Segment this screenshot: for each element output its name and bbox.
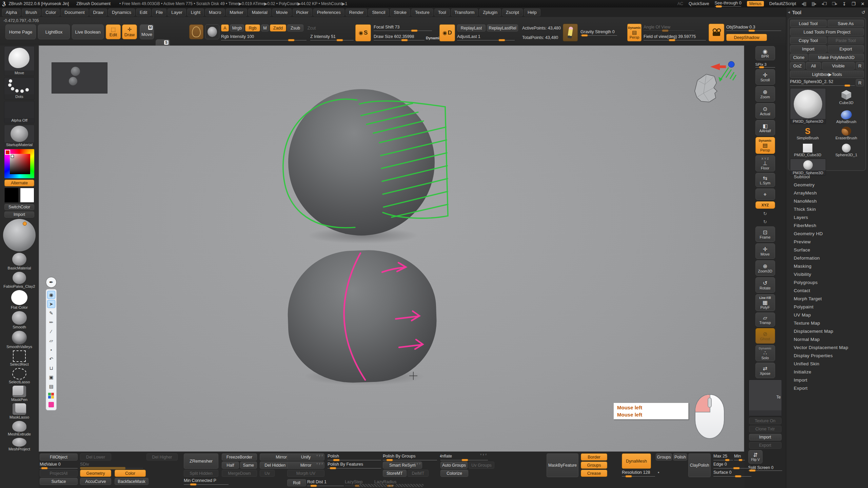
focal-shift-slider[interactable]: Focal Shift 73 [374, 24, 432, 31]
close-button[interactable]: ✕ [861, 1, 865, 6]
screenshot-button[interactable]: ▣ [47, 373, 55, 381]
dynamesh-button[interactable]: DynaMesh [622, 453, 651, 469]
midvalue-slider[interactable]: MidValue 0 [40, 462, 78, 469]
xyz-button[interactable]: XYZ [755, 201, 775, 209]
crease-toggle[interactable]: Crease [581, 470, 607, 477]
section-subtool[interactable]: Subtool [786, 173, 868, 181]
anchor-toggle[interactable]: A [221, 24, 229, 32]
auto-groups-button[interactable]: Auto Groups [440, 462, 468, 469]
make-polymesh3d-button[interactable]: Make PolyMesh3D [809, 54, 864, 61]
del-mt-button[interactable]: DelMT [408, 470, 429, 477]
current-texture-thumbnail[interactable]: StartupMaterial [4, 125, 35, 148]
polish-by-groups-slider[interactable]: Polish By Groups● [383, 453, 437, 461]
brush-smoothvalleys[interactable]: SmoothValleys [6, 331, 32, 349]
section-texture-map[interactable]: Texture Map [786, 319, 868, 327]
saturation-square[interactable] [10, 154, 30, 174]
draw-size-slider[interactable]: Draw Size 602.35998 [374, 34, 425, 41]
section-normal-map[interactable]: Normal Map [786, 336, 868, 344]
gravity-strength-slider[interactable]: Gravity Strength 0 [580, 29, 617, 36]
cursor-tool-button[interactable]: ➤ [47, 300, 55, 308]
menu-layer[interactable]: Layer [167, 8, 186, 16]
tray-left-icon[interactable]: ◂|||| [802, 1, 806, 6]
menu-marker[interactable]: Marker [226, 8, 247, 16]
polyf-button[interactable]: Line Fill ▦ PolyF [755, 294, 775, 311]
copy-tool-button[interactable]: Copy Tool [790, 37, 827, 44]
zoom-button[interactable]: ⊕Zoom [755, 86, 775, 102]
section-deformation[interactable]: Deformation [786, 254, 868, 262]
merge-down-button[interactable]: MergeDown [222, 470, 257, 477]
surface-button[interactable]: Surface [40, 478, 78, 485]
section-masking[interactable]: Masking [786, 262, 868, 270]
goz-all-button[interactable]: All [806, 62, 821, 69]
menu-draw[interactable]: Draw [90, 8, 107, 16]
whiteboard-button[interactable]: ▤ [47, 382, 55, 390]
m-toggle[interactable]: M [261, 24, 269, 32]
same-button[interactable]: Same [240, 462, 257, 469]
unify-button[interactable]: Unify x y z [287, 453, 324, 461]
move-button[interactable]: M Move [140, 24, 154, 39]
current-material-button[interactable] [205, 24, 219, 39]
brush-selectlasso[interactable]: SelectLasso [9, 368, 30, 384]
border-toggle[interactable]: Border [581, 453, 607, 461]
line-tool-button[interactable]: ∕ [47, 327, 55, 336]
roll-button[interactable]: Roll [287, 479, 306, 486]
rotate-3d-button[interactable]: ↺Rotate [755, 277, 775, 293]
backface-mask-button[interactable]: BackfaceMask [115, 478, 149, 485]
tool-item-simplebrush[interactable]: S SimpleBrush [790, 125, 825, 140]
tool-r-button[interactable]: R [856, 79, 864, 86]
tool-item-sphere3d-1[interactable]: Sphere3D_1 [827, 142, 865, 157]
size-dot-button[interactable]: ● [47, 346, 55, 354]
deep-shadow-button[interactable]: DeepShadow [726, 34, 767, 41]
menu-zplugin[interactable]: Zplugin [479, 8, 501, 16]
del-hidden-button[interactable]: Del Hidden [260, 462, 291, 469]
actual-button[interactable]: ⊙Actual [755, 103, 775, 119]
ac-toggle[interactable]: AC [677, 1, 683, 6]
minimize-button[interactable]: ↧ [843, 1, 846, 6]
floor-button[interactable]: X Y Z ⊥ Floor [755, 155, 775, 171]
brush-masklasso[interactable]: MaskLasso [9, 403, 29, 420]
section-contact[interactable]: Contact [786, 287, 868, 295]
menu-stroke[interactable]: Stroke [390, 8, 410, 16]
tool-item-eraserbrush[interactable]: EraserBrush [827, 125, 865, 140]
undo-button[interactable]: ↶ [47, 355, 55, 363]
load-tool-button[interactable]: Load Tool [790, 20, 827, 27]
texture-on-button[interactable]: Texture On [749, 418, 782, 424]
restore-button[interactable]: ❐ [851, 1, 855, 6]
morph-uv-button[interactable]: Morph UV [287, 470, 324, 477]
menu-material[interactable]: Material [248, 8, 271, 16]
rgb-toggle[interactable]: Rgb [245, 24, 260, 32]
uv-groups-button[interactable]: Uv Groups [469, 462, 494, 469]
inflate-slider[interactable]: Inflatex y z [440, 453, 488, 461]
fill-object-button[interactable]: FillObject [40, 453, 78, 461]
material-fabiopaiva-clay[interactable]: FabioPaiva_Clay2 [3, 272, 35, 289]
section-geometry-hd[interactable]: Geometry HD [786, 230, 868, 238]
pen-tool-button[interactable]: ✎ [47, 309, 55, 317]
orientation-head-icon[interactable] [690, 71, 721, 105]
current-stroke-thumbnail[interactable]: Dots [4, 77, 35, 100]
zadd-toggle[interactable]: Zadd [270, 24, 286, 32]
default-zscript-button[interactable]: DefaultZScript [769, 1, 796, 6]
menu-tool[interactable]: Tool [434, 8, 450, 16]
clone-txtr-button[interactable]: Clone Txtr [749, 426, 782, 432]
store-mt-button[interactable]: StoreMT [383, 470, 407, 477]
min-connected-slider[interactable]: Min Connected P [184, 478, 229, 485]
spin-y-button[interactable]: ↻ [755, 210, 775, 217]
brush-meshextrude[interactable]: MeshExtrude [8, 421, 31, 436]
menu-alpha[interactable]: Alpha [2, 8, 21, 16]
annotation-app-button[interactable]: ✒ [46, 277, 57, 288]
sculptris-pro-button[interactable]: ◉ S [355, 24, 371, 41]
color-palette-button[interactable] [47, 391, 55, 400]
split-hidden-button[interactable]: Split Hidden [184, 470, 218, 477]
goz-button[interactable]: GoZ [790, 62, 805, 69]
groups-toggle[interactable]: Groups [581, 462, 607, 469]
goz-r-button[interactable]: R [856, 62, 864, 69]
zoom3d-button[interactable]: ⊕Zoom3D [755, 260, 775, 276]
replay-last-rel-button[interactable]: ReplayLastRel [487, 24, 518, 32]
panel-resize-handle[interactable]: ▲▼ [359, 483, 423, 488]
menu-picker[interactable]: Picker [293, 8, 312, 16]
rgb-intensity-slider[interactable]: Rgb Intensity 100 [221, 34, 307, 41]
brush-maskpen[interactable]: MaskPen [11, 386, 27, 402]
lsym-button[interactable]: ⇆L.Sym [755, 173, 775, 187]
mirror-button[interactable]: Mirror x y z [287, 462, 324, 469]
clay-polish-button[interactable]: ClayPolish [688, 453, 711, 477]
